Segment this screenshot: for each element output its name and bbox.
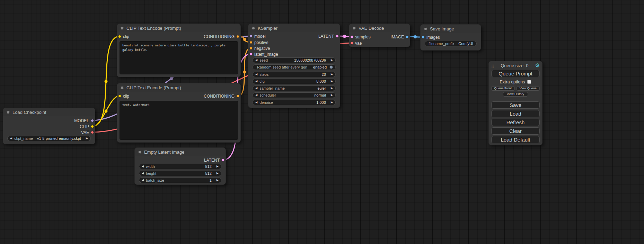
prompt-textarea[interactable]: text, watermark: [120, 101, 238, 140]
node-titlebar[interactable]: Save Image: [421, 25, 481, 33]
collapse-dot-icon[interactable]: [138, 151, 141, 154]
seed-number-widget[interactable]: ◀ seed 156680208700286 ▶: [253, 57, 336, 63]
decrement-arrow-icon[interactable]: ◀: [142, 165, 144, 168]
denoise-number-widget[interactable]: ◀ denoise 1.000 ▶: [253, 100, 336, 105]
extra-options-checkbox[interactable]: [527, 80, 531, 84]
increment-arrow-icon[interactable]: ▶: [217, 179, 219, 182]
save-button[interactable]: Save: [491, 101, 540, 109]
sampler-name-combo-widget[interactable]: ◀ sampler_name euler ▶: [253, 85, 336, 91]
combo-right-arrow-icon[interactable]: ▶: [331, 94, 333, 97]
width-number-widget[interactable]: ◀ width 512 ▶: [139, 164, 221, 169]
load-button[interactable]: Load: [491, 110, 540, 117]
input-dot-positive[interactable]: [249, 41, 253, 44]
input-dot-negative[interactable]: [249, 47, 253, 50]
increment-arrow-icon[interactable]: ▶: [331, 80, 333, 83]
input-slot-label: negative: [254, 46, 270, 51]
node-empty-latent-image[interactable]: Empty Latent Image LATENT ◀ width 512 ▶ …: [134, 147, 226, 185]
increment-arrow-icon[interactable]: ▶: [217, 172, 219, 175]
prompt-textarea[interactable]: beautiful scenery nature glass bottle la…: [120, 41, 238, 74]
link-midpoint-dot[interactable]: [243, 71, 246, 74]
link-midpoint-dot[interactable]: [105, 110, 108, 113]
collapse-dot-icon[interactable]: [121, 27, 124, 30]
height-number-widget[interactable]: ◀ height 512 ▶: [139, 171, 221, 176]
drag-handle-icon[interactable]: ⣿: [491, 63, 494, 68]
decrement-arrow-icon[interactable]: ◀: [255, 59, 257, 62]
output-dot-clip[interactable]: [91, 125, 94, 128]
widget-value: 1: [166, 178, 212, 182]
widget-value: v1-5-pruned-emaonly.ckpt: [35, 136, 81, 141]
node-clip-text-encode-1[interactable]: CLIP Text Encode (Prompt) clip CONDITION…: [117, 24, 241, 77]
output-slot-label: LATENT: [318, 34, 334, 39]
output-dot-vae[interactable]: [91, 131, 94, 134]
load-default-button[interactable]: Load Default: [491, 136, 540, 143]
ckpt-name-combo-widget[interactable]: ◀ ckpt_name v1-5-pruned-emaonly.ckpt ▶: [7, 136, 91, 141]
clear-button[interactable]: Clear: [491, 127, 540, 135]
spacer: [491, 97, 540, 100]
combo-right-arrow-icon[interactable]: ▶: [86, 137, 88, 140]
node-clip-text-encode-2[interactable]: CLIP Text Encode (Prompt) clip CONDITION…: [117, 83, 241, 143]
node-ksampler[interactable]: KSampler model LATENT positive negative …: [248, 24, 340, 108]
output-dot-latent[interactable]: [336, 35, 339, 38]
increment-arrow-icon[interactable]: ▶: [217, 165, 219, 168]
node-save-image[interactable]: Save Image images filename_prefix ComfyU…: [420, 24, 481, 51]
collapse-dot-icon[interactable]: [7, 111, 10, 114]
output-dot-model[interactable]: [91, 119, 94, 122]
refresh-button[interactable]: Refresh: [491, 119, 540, 126]
decrement-arrow-icon[interactable]: ◀: [255, 101, 257, 104]
toggle-knob-icon[interactable]: [329, 65, 333, 69]
node-graph-canvas[interactable]: Load Checkpoint MODEL CLIP VAE ◀ ckpt_na…: [0, 0, 644, 244]
queue-prompt-button[interactable]: Queue Prompt: [491, 70, 540, 77]
node-titlebar[interactable]: Empty Latent Image: [135, 148, 226, 156]
node-titlebar[interactable]: Load Checkpoint: [3, 108, 95, 116]
collapse-dot-icon[interactable]: [121, 86, 124, 89]
input-dot-vae[interactable]: [350, 42, 353, 45]
combo-left-arrow-icon[interactable]: ◀: [10, 137, 12, 140]
node-titlebar[interactable]: CLIP Text Encode (Prompt): [117, 24, 240, 32]
input-dot-latent-image[interactable]: [249, 53, 253, 56]
collapse-dot-icon[interactable]: [252, 27, 255, 30]
view-history-row: View History: [491, 92, 540, 97]
link-midpoint-dot[interactable]: [105, 80, 108, 83]
scheduler-combo-widget[interactable]: ◀ scheduler normal ▶: [253, 92, 336, 98]
decrement-arrow-icon[interactable]: ◀: [142, 172, 144, 175]
queue-front-button[interactable]: Queue Front: [491, 86, 515, 91]
node-title: Load Checkpoint: [12, 110, 46, 115]
link-midpoint-dot[interactable]: [414, 35, 417, 38]
output-dot-image[interactable]: [406, 35, 409, 38]
node-titlebar[interactable]: KSampler: [248, 24, 340, 32]
view-history-button[interactable]: View History: [503, 92, 528, 97]
batch-size-number-widget[interactable]: ◀ batch_size 1 ▶: [139, 178, 221, 183]
node-titlebar[interactable]: CLIP Text Encode (Prompt): [117, 83, 240, 92]
node-vae-decode[interactable]: VAE Decode samples IMAGE vae: [349, 24, 410, 47]
decrement-arrow-icon[interactable]: ◀: [142, 179, 144, 182]
widget-name: ckpt_name: [14, 136, 33, 141]
input-dot-images[interactable]: [422, 36, 425, 39]
view-queue-button[interactable]: View Queue: [517, 86, 540, 91]
filename-prefix-text-widget[interactable]: filename_prefix ComfyUI: [425, 41, 477, 46]
combo-right-arrow-icon[interactable]: ▶: [331, 87, 333, 90]
node-title: Empty Latent Image: [144, 150, 184, 155]
cfg-number-widget[interactable]: ◀ cfg 8.000 ▶: [253, 79, 336, 84]
collapse-dot-icon[interactable]: [424, 27, 427, 30]
steps-number-widget[interactable]: ◀ steps 20 ▶: [253, 72, 336, 77]
link-midpoint-dot[interactable]: [343, 35, 346, 38]
link-midpoint-dot[interactable]: [243, 38, 246, 41]
combo-left-arrow-icon[interactable]: ◀: [255, 87, 257, 90]
settings-gear-icon[interactable]: ⚙: [535, 63, 540, 68]
node-load-checkpoint[interactable]: Load Checkpoint MODEL CLIP VAE ◀ ckpt_na…: [3, 108, 95, 144]
combo-left-arrow-icon[interactable]: ◀: [255, 94, 257, 97]
widget-name: width: [146, 164, 155, 169]
increment-arrow-icon[interactable]: ▶: [331, 101, 333, 104]
output-slot-label: CONDITIONING: [204, 94, 235, 99]
collapse-dot-icon[interactable]: [353, 27, 356, 30]
widget-value: 20: [271, 72, 326, 76]
output-dot-conditioning[interactable]: [236, 35, 239, 38]
node-titlebar[interactable]: VAE Decode: [349, 24, 410, 32]
increment-arrow-icon[interactable]: ▶: [331, 73, 333, 76]
random-seed-toggle-widget[interactable]: Random seed after every gen enabled: [253, 64, 336, 70]
increment-arrow-icon[interactable]: ▶: [331, 59, 333, 62]
decrement-arrow-icon[interactable]: ◀: [255, 80, 257, 83]
decrement-arrow-icon[interactable]: ◀: [255, 73, 257, 76]
output-dot-conditioning[interactable]: [236, 94, 239, 98]
output-dot-latent[interactable]: [221, 159, 224, 162]
